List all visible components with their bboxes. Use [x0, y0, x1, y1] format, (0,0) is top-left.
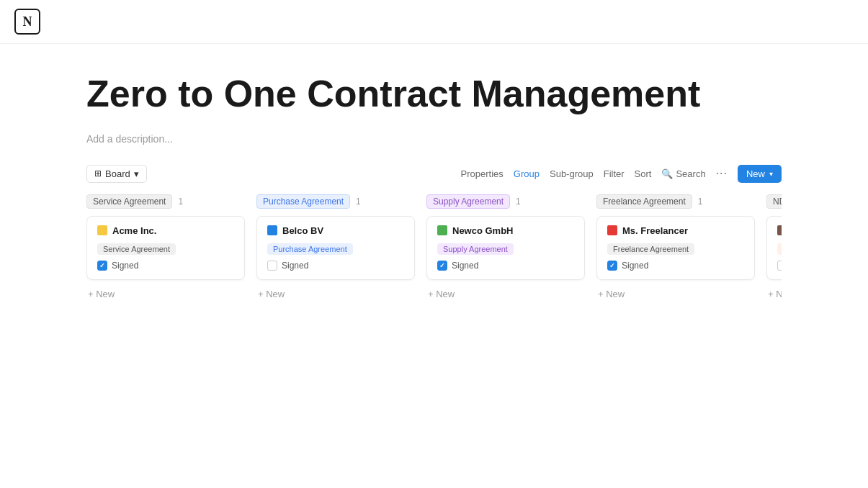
- top-bar: N: [0, 0, 868, 44]
- card-color-belco: [267, 225, 277, 235]
- card-title-text-newco: Newco GmbH: [452, 225, 514, 236]
- card-ms-freelancer[interactable]: Ms. FreelancerFreelance AgreementSigned: [596, 216, 755, 280]
- filter-button[interactable]: Filter: [604, 168, 625, 179]
- page-title: Zero to One Contract Management: [86, 73, 782, 116]
- card-belco[interactable]: Belco BVPurchase AgreementSigned: [256, 216, 415, 280]
- card-signed-label-newco: Signed: [452, 261, 478, 271]
- column-header-freelance-agreement: Freelance Agreement1: [596, 194, 755, 209]
- column-freelance-agreement: Freelance Agreement1Ms. FreelancerFreela…: [596, 194, 755, 302]
- card-title-text-belco: Belco BV: [282, 225, 323, 236]
- column-title-freelance-agreement: Freelance Agreement: [596, 194, 692, 209]
- card-title-row-prospect-x: Prospect X: [777, 225, 782, 236]
- card-signed-row-prospect-x: Signed: [777, 261, 782, 271]
- notion-logo: N: [14, 9, 40, 35]
- card-color-prospect-x: [777, 225, 782, 235]
- card-checkbox-ms-freelancer[interactable]: [607, 261, 617, 271]
- card-color-acme: [97, 225, 107, 235]
- card-prospect-x[interactable]: Prospect XNDASigned: [766, 216, 782, 280]
- add-new-service-agreement[interactable]: + New: [86, 286, 245, 302]
- card-checkbox-newco[interactable]: [437, 261, 447, 271]
- view-label: Board: [105, 168, 130, 179]
- card-title-row-ms-freelancer: Ms. Freelancer: [607, 225, 744, 236]
- card-title-row-acme: Acme Inc.: [97, 225, 234, 236]
- card-signed-label-ms-freelancer: Signed: [622, 261, 648, 271]
- column-count-supply-agreement: 1: [516, 196, 521, 207]
- card-checkbox-belco[interactable]: [267, 261, 277, 271]
- card-checkbox-prospect-x[interactable]: [777, 261, 782, 271]
- card-signed-row-acme: Signed: [97, 261, 234, 271]
- add-new-freelance-agreement[interactable]: + New: [596, 286, 755, 302]
- card-signed-row-ms-freelancer: Signed: [607, 261, 744, 271]
- column-purchase-agreement: Purchase Agreement1Belco BVPurchase Agre…: [256, 194, 415, 302]
- new-label: New: [746, 168, 765, 179]
- card-color-newco: [437, 225, 447, 235]
- column-title-purchase-agreement: Purchase Agreement: [256, 194, 350, 209]
- card-title-text-acme: Acme Inc.: [112, 225, 156, 236]
- search-icon: 🔍: [661, 168, 673, 179]
- properties-button[interactable]: Properties: [461, 168, 504, 179]
- card-tag-belco: Purchase Agreement: [267, 243, 353, 255]
- card-signed-row-newco: Signed: [437, 261, 574, 271]
- card-title-row-newco: Newco GmbH: [437, 225, 574, 236]
- card-signed-label-belco: Signed: [282, 261, 308, 271]
- chevron-down-icon: ▾: [134, 168, 139, 179]
- card-checkbox-acme[interactable]: [97, 261, 107, 271]
- column-title-nda: NDA: [766, 194, 782, 209]
- column-service-agreement: Service Agreement1Acme Inc.Service Agree…: [86, 194, 245, 302]
- column-supply-agreement: Supply Agreement1Newco GmbHSupply Agreem…: [426, 194, 585, 302]
- page-content: Zero to One Contract Management Add a de…: [0, 44, 868, 331]
- column-count-freelance-agreement: 1: [698, 196, 703, 207]
- group-button[interactable]: Group: [514, 168, 540, 179]
- column-title-supply-agreement: Supply Agreement: [426, 194, 510, 209]
- page-description[interactable]: Add a description...: [86, 133, 782, 145]
- column-count-purchase-agreement: 1: [356, 196, 361, 207]
- column-title-service-agreement: Service Agreement: [86, 194, 172, 209]
- card-tag-ms-freelancer: Freelance Agreement: [607, 243, 694, 255]
- card-title-text-ms-freelancer: Ms. Freelancer: [622, 225, 688, 236]
- card-newco[interactable]: Newco GmbHSupply AgreementSigned: [426, 216, 585, 280]
- toolbar: ⊞ Board ▾ Properties Group Sub-group Fil…: [86, 165, 782, 183]
- toolbar-left: ⊞ Board ▾: [86, 165, 147, 183]
- card-tag-acme: Service Agreement: [97, 243, 176, 255]
- toolbar-right: Properties Group Sub-group Filter Sort 🔍…: [461, 165, 782, 183]
- more-options-button[interactable]: ···: [716, 167, 728, 180]
- board: Service Agreement1Acme Inc.Service Agree…: [86, 194, 782, 302]
- column-header-supply-agreement: Supply Agreement1: [426, 194, 585, 209]
- card-tag-prospect-x: NDA: [777, 243, 782, 255]
- card-signed-row-belco: Signed: [267, 261, 404, 271]
- sort-button[interactable]: Sort: [635, 168, 652, 179]
- card-color-ms-freelancer: [607, 225, 617, 235]
- search-button[interactable]: 🔍 Search: [661, 168, 705, 179]
- card-acme[interactable]: Acme Inc.Service AgreementSigned: [86, 216, 245, 280]
- board-icon: ⊞: [94, 168, 102, 179]
- column-header-service-agreement: Service Agreement1: [86, 194, 245, 209]
- add-new-purchase-agreement[interactable]: + New: [256, 286, 415, 302]
- new-chevron-icon: ▾: [769, 170, 773, 178]
- new-button[interactable]: New ▾: [738, 165, 782, 183]
- search-label: Search: [676, 168, 705, 179]
- add-new-nda[interactable]: + New: [766, 286, 782, 302]
- card-tag-newco: Supply Agreement: [437, 243, 514, 255]
- subgroup-button[interactable]: Sub-group: [550, 168, 594, 179]
- column-count-service-agreement: 1: [178, 196, 183, 207]
- board-view-button[interactable]: ⊞ Board ▾: [86, 165, 147, 183]
- column-header-nda: NDA1: [766, 194, 782, 209]
- card-title-row-belco: Belco BV: [267, 225, 404, 236]
- column-nda: NDA1Prospect XNDASigned+ New: [766, 194, 782, 302]
- card-signed-label-acme: Signed: [112, 261, 138, 271]
- column-header-purchase-agreement: Purchase Agreement1: [256, 194, 415, 209]
- add-new-supply-agreement[interactable]: + New: [426, 286, 585, 302]
